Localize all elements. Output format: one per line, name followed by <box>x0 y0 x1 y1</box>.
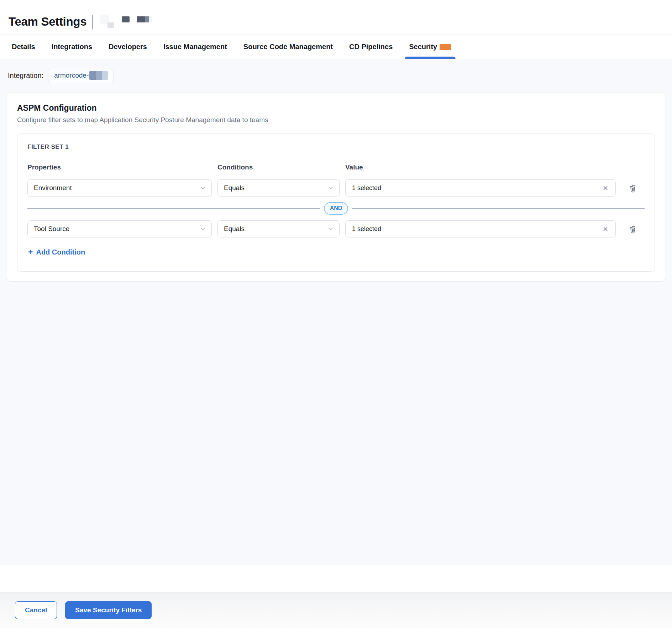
page-title: Team Settings <box>9 15 86 28</box>
chevron-down-icon <box>328 226 334 232</box>
and-operator-pill[interactable]: AND <box>324 202 348 215</box>
aspm-configuration-subtitle: Configure filter sets to map Application… <box>17 116 655 124</box>
chevron-down-icon <box>200 185 206 191</box>
filter-column-headers: Properties Conditions Value <box>27 163 645 171</box>
property-select[interactable]: Tool Source <box>27 220 212 237</box>
main-content: Integration: armorcode- ASPM Configurati… <box>0 59 672 565</box>
chevron-down-icon <box>328 185 334 191</box>
value-selected-count: 1 selected <box>352 184 381 192</box>
add-condition-button[interactable]: + Add Condition <box>27 248 85 256</box>
column-header-value: Value <box>345 163 616 171</box>
value-selected-count: 1 selected <box>352 225 381 233</box>
property-select[interactable]: Environment <box>27 179 212 197</box>
aspm-configuration-title: ASPM Configuration <box>17 103 655 113</box>
chevron-down-icon <box>200 226 206 232</box>
column-header-properties: Properties <box>27 163 212 171</box>
close-icon[interactable]: ✕ <box>602 225 609 233</box>
cancel-button[interactable]: Cancel <box>15 601 57 619</box>
delete-condition-button[interactable] <box>628 183 637 193</box>
tab-security[interactable]: Security <box>409 35 451 59</box>
trash-icon <box>628 183 637 193</box>
title-row: Team Settings <box>0 0 672 35</box>
property-select-value: Environment <box>34 184 72 192</box>
filter-set-1: FILTER SET 1 Properties Conditions Value… <box>17 134 655 272</box>
and-divider: AND <box>27 202 645 215</box>
security-tab-badge <box>440 44 451 50</box>
redacted-block <box>107 22 114 28</box>
redacted-block <box>89 71 108 80</box>
tab-issue-management[interactable]: Issue Management <box>163 35 227 59</box>
tab-bar: Details Integrations Developers Issue Ma… <box>0 35 672 59</box>
tab-details[interactable]: Details <box>12 35 35 59</box>
divider-line <box>27 208 320 209</box>
integration-chip-text: armorcode- <box>54 72 89 79</box>
tab-developers[interactable]: Developers <box>109 35 147 59</box>
condition-select[interactable]: Equals <box>217 220 340 237</box>
page-header: Team Settings Details Integrations Devel… <box>0 0 672 59</box>
delete-condition-button[interactable] <box>628 224 637 234</box>
plus-icon: + <box>28 248 33 256</box>
aspm-configuration-card: ASPM Configuration Configure filter sets… <box>7 93 665 281</box>
trash-icon <box>628 224 637 234</box>
title-divider <box>92 15 93 30</box>
filter-set-title: FILTER SET 1 <box>27 143 645 151</box>
tab-cd-pipelines[interactable]: CD Pipelines <box>349 35 393 59</box>
save-security-filters-button[interactable]: Save Security Filters <box>65 601 152 619</box>
column-header-conditions: Conditions <box>217 163 340 171</box>
footer-action-bar: Cancel Save Security Filters <box>0 592 672 628</box>
title-redactions <box>92 14 152 30</box>
integration-row: Integration: armorcode- <box>7 59 665 83</box>
divider-line <box>352 208 645 209</box>
value-multiselect[interactable]: 1 selected ✕ <box>345 179 616 197</box>
condition-select-value: Equals <box>224 184 245 192</box>
redacted-block <box>122 16 130 22</box>
condition-select-value: Equals <box>224 225 245 233</box>
filter-row: Tool Source Equals 1 selected ✕ <box>27 220 645 237</box>
add-condition-label: Add Condition <box>36 248 85 256</box>
integration-label: Integration: <box>8 72 43 80</box>
filter-row: Environment Equals 1 selected ✕ <box>27 179 645 197</box>
close-icon[interactable]: ✕ <box>602 184 609 192</box>
redacted-block <box>137 16 152 22</box>
tab-source-code-management[interactable]: Source Code Management <box>243 35 333 59</box>
condition-select[interactable]: Equals <box>217 179 340 197</box>
value-multiselect[interactable]: 1 selected ✕ <box>345 220 616 237</box>
property-select-value: Tool Source <box>34 225 69 233</box>
integration-chip[interactable]: armorcode- <box>48 68 114 83</box>
tab-integrations[interactable]: Integrations <box>52 35 92 59</box>
